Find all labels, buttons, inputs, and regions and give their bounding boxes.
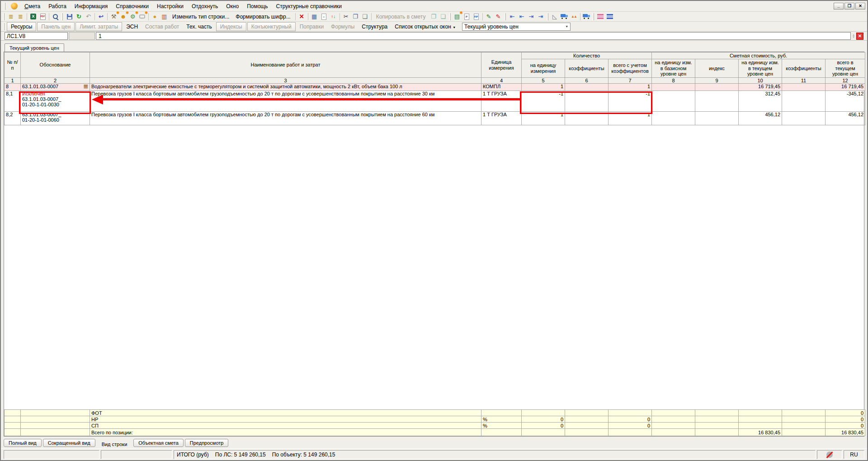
panel-teh-chast-button[interactable]: Тех. часть [183,23,215,31]
annotation-arrow-line [102,98,520,100]
separator [49,13,49,20]
change-row-type-button[interactable]: Изменить тип строки... [169,12,232,21]
menu-rabota[interactable]: Работа [44,2,71,10]
menu-otdohnut[interactable]: Отдохнуть [188,2,222,10]
minimize-button[interactable]: _ [834,3,844,10]
menu-informacia[interactable]: Информация [71,2,112,10]
restore-button[interactable]: ❐ [844,3,854,10]
resources-crate-icon[interactable]: ▥ [160,12,169,21]
cut-icon[interactable]: ✂ [341,12,351,21]
delivery-truck-icon[interactable] [582,12,591,21]
close-button[interactable]: ✕ [855,3,865,10]
menu-strukturnye[interactable]: Структурные справочники [272,2,346,10]
menu-spravochniki[interactable]: Справочники [112,2,153,10]
materials-pile-icon[interactable]: ▲▲ [569,12,579,21]
copy-icon[interactable]: ❐ [351,12,360,21]
toolbar-grip [547,13,548,20]
menu-okno[interactable]: Окно [222,2,243,10]
indent-increase-all-icon[interactable]: ⇥ [536,12,546,21]
add-resource-icon[interactable]: ☻✱ [118,12,128,21]
panel-bar: Ресурсы Панель цен Лимит. затраты ЭСН Со… [1,22,867,32]
add-work-icon[interactable]: ⚒✱ [109,12,118,21]
add-comment-icon[interactable]: ✱ [137,12,147,21]
total-label: ИТОГО (руб) [177,451,209,458]
form-code-button[interactable]: Формировать шифр... [232,12,293,21]
resource-icon: ▦ [84,84,88,89]
toolbar-grip [593,13,594,20]
formula-bar-spacer [69,32,95,40]
menu-pomosch[interactable]: Помощь [243,2,272,10]
export-excel-icon[interactable]: X [28,12,38,21]
menu-nastroyki[interactable]: Настройки [153,2,188,10]
tab-vid-stroki[interactable]: Вид строки [97,440,132,448]
header-cost-cur-unit: на единицу изм. в текущем уровне цен [739,59,782,78]
prices-icon[interactable]: ● [150,12,160,21]
panel-limit-zatraty-button: Лимит. затраты [75,22,122,31]
add-norm-icon[interactable]: ▤✱ [453,12,462,21]
search-icon[interactable] [51,12,60,21]
panel-esn-button[interactable]: ЭСН [123,23,142,31]
indent-decrease-icon[interactable]: ⇤ [508,12,517,21]
table-row-8[interactable]: 8 ▦63.1.01.03-0007 Водонагреватели элект… [5,84,865,91]
calculator-icon[interactable]: ▦ [310,12,319,21]
menu-smeta[interactable]: Смета [20,2,44,10]
tab-obektnaya-smeta[interactable]: Объектная смета [133,439,184,447]
open-windows-button[interactable]: Список открытых окон ▼ [391,23,459,31]
tab-predprosmotr[interactable]: Предпросмотр [185,439,229,447]
panel-popravki-button: Поправки [296,23,327,31]
summary-row-sp: СП % 0 0 0 [5,423,865,429]
cell-value-field[interactable]: 1 [96,32,851,40]
delete-position-icon[interactable]: ✕ [297,12,307,21]
toolbar-grip [505,13,506,20]
value-spinner[interactable]: ▲▼ [852,34,855,38]
coefficient-pr-icon[interactable]: ПР [472,12,481,21]
add-line-icon[interactable]: + [319,12,329,21]
coefficient-p-icon[interactable]: Р [462,12,472,21]
status-totals: ИТОГО (руб) По ЛС: 5 149 260,15 По объек… [174,450,816,459]
refresh-icon[interactable]: ↻ [74,12,84,21]
separator [371,13,372,20]
column-numbers-row: 12 34 56 78 910 1112 [5,78,865,84]
summary-row-fot: ФОТ 0 [5,410,865,416]
protractor-icon[interactable]: ◺ [550,12,560,21]
table-row-8-2[interactable]: 8,2 63.1.01.03-0007_ 01-20-1-01-0060 Пер… [5,112,865,125]
paste-icon[interactable]: ❏ [360,12,370,21]
layers-blue-icon[interactable] [605,12,615,21]
export-pdf-icon[interactable]: PDF [38,12,47,21]
table-row-8-1[interactable]: 8,1 Исключен 63.1.01.03-0007_ 01-20-1-01… [5,91,865,112]
layers-pink-icon[interactable] [596,12,605,21]
panel-struktura-button[interactable]: Структура [358,23,391,31]
notification-off-icon [826,451,833,458]
separator [107,13,108,20]
header-cost-coeff: коэффициенты [782,59,826,78]
revert-row-icon[interactable]: ↩ [96,12,106,21]
collapse-levels-icon[interactable]: ≣ [6,12,16,21]
save-icon[interactable] [65,12,74,21]
edit-row-icon[interactable]: ✎ [484,12,494,21]
header-cost-base-unit: на единицу изм. в базисном уровне цен [652,59,695,78]
separator [482,13,483,20]
price-level-combobox[interactable]: Текущий уровень цен ▼ [462,23,571,31]
tab-current-price-level[interactable]: Текущий уровень цен [5,43,64,52]
cancel-edit-icon[interactable]: ✕ [856,33,863,40]
tab-polny-vid[interactable]: Полный вид [4,439,42,447]
separator [94,13,95,20]
move-rows-icon[interactable]: ↑↓ [329,12,338,21]
undo-icon[interactable]: ↶ [84,12,93,21]
panel-panel-cen-button: Панель цен [37,22,75,31]
separator [27,13,27,20]
cell-reference-field[interactable]: ЛС1.V8 [5,32,68,40]
panel-resursy-button[interactable]: Ресурсы [7,22,36,31]
highlight-box-quantity [520,91,652,114]
price-level-tabs: Текущий уровень цен [4,42,864,52]
indent-decrease-all-icon[interactable]: ⇤ [517,12,527,21]
indent-increase-icon[interactable]: ⇥ [527,12,536,21]
expand-levels-icon[interactable]: ≣ [16,12,25,21]
edit-row-remove-icon[interactable]: ✎ [494,12,503,21]
header-num: № п/п [5,52,21,78]
tab-sokraschenny-vid[interactable]: Сокращенный вид [43,439,95,447]
total-by-ls: По ЛС: 5 149 260,15 [215,451,266,458]
transport-truck-icon[interactable] [560,12,569,21]
add-machine-icon[interactable]: ⚙✱ [128,12,137,21]
language-indicator[interactable]: RU [844,450,864,459]
